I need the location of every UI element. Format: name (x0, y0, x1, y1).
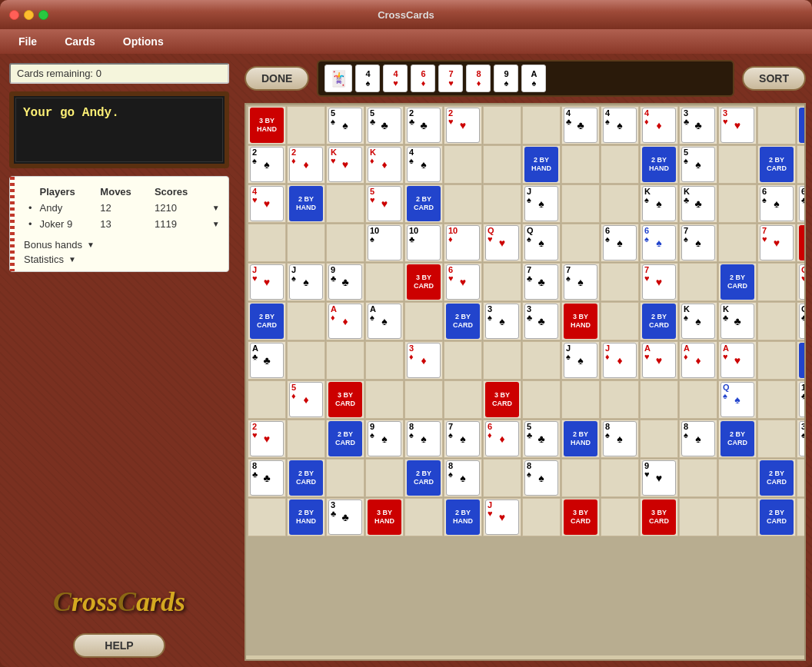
hand-card-5[interactable]: 9 ♠ (494, 65, 518, 92)
cell-1-5[interactable]: 2♠♠ (248, 145, 286, 184)
cell-0-0[interactable]: 3 BYHAND (248, 106, 286, 144)
cell-6-10[interactable]: A♠♠ (365, 302, 404, 340)
cell-6-3[interactable]: Q♥♥ (797, 263, 806, 301)
cell-8-9[interactable]: 2 BYCARD (797, 341, 806, 380)
cell-13-5[interactable]: 3 BYCARD (561, 498, 600, 536)
cell-7-2[interactable]: 2 BYCARD (640, 302, 678, 340)
cell-2-11[interactable]: 2 BYHAND (287, 184, 325, 223)
cell-13-3[interactable]: J♥♥ (483, 498, 521, 536)
cell-8-5[interactable]: A♥♥ (640, 341, 678, 380)
cell-0-10[interactable]: 4♦♦ (640, 106, 678, 144)
cell-10-10[interactable]: 2 BYHAND (561, 420, 600, 458)
cell-10-6[interactable]: 8♠♠ (404, 420, 443, 458)
cell-2-10[interactable]: 4♥♥ (248, 184, 286, 223)
cell-10-5[interactable]: 9♠♠ (365, 420, 404, 458)
cell-12-12[interactable]: 3♣♣ (326, 498, 364, 536)
cell-5-14[interactable]: 7♥♥ (640, 263, 678, 301)
cell-10-7[interactable]: 7♠♠ (444, 420, 482, 458)
cell-0-8[interactable]: 4♣♣ (561, 106, 600, 144)
cell-5-11[interactable]: 7♣♣ (522, 263, 561, 301)
cell-7-6[interactable]: Q♣♣ (797, 302, 806, 340)
cell-0-4[interactable]: 2♣♣ (404, 106, 443, 144)
cell-8-3[interactable]: J♠♠ (561, 341, 600, 380)
cell-1-1[interactable]: 2 BYHAND (797, 106, 806, 144)
cell-9-10[interactable]: Q♠♠ (718, 380, 757, 419)
cell-0-9[interactable]: 4♠♠ (601, 106, 639, 144)
cell-9-0[interactable]: 3 BYCARD (326, 380, 364, 419)
cell-1-8[interactable]: K♦♦ (365, 145, 404, 184)
maximize-button[interactable] (38, 10, 48, 20)
cell-7-3[interactable]: K♠♠ (679, 302, 717, 340)
cell-6-7[interactable]: 2 BYCARD (248, 302, 286, 340)
cell-10-2[interactable]: 2♥♥ (248, 420, 286, 458)
cell-4-10[interactable]: 6♠♠ (640, 224, 678, 262)
cell-10-8[interactable]: 6♦♦ (483, 420, 521, 458)
cell-5-12[interactable]: 7♠♠ (561, 263, 600, 301)
cell-5-9[interactable]: 6♥♥ (444, 263, 482, 301)
done-button[interactable]: DONE (245, 66, 309, 91)
cell-4-6[interactable]: Q♥♥ (483, 224, 521, 262)
cell-8-6[interactable]: A♦♦ (679, 341, 717, 380)
cell-11-7[interactable]: 2 BYCARD (287, 459, 325, 497)
cell-5-8[interactable]: 3 BYCARD (404, 263, 443, 301)
cell-12-2[interactable]: 9♥♥ (640, 459, 678, 497)
cell-1-9[interactable]: 4♠♠ (404, 145, 443, 184)
hand-card-0[interactable]: 4 ♠ (355, 65, 380, 92)
close-button[interactable] (9, 10, 19, 20)
cell-1-12[interactable]: 2 BYHAND (522, 145, 561, 184)
cell-3-0[interactable]: 2 BYCARD (404, 184, 443, 223)
cell-11-13[interactable]: 8♠♠ (522, 459, 561, 497)
cell-3-3[interactable]: J♠♠ (522, 184, 561, 223)
cell-3-10[interactable]: 6♣♣ (797, 184, 806, 223)
cell-13-0[interactable]: 3 BYHAND (365, 498, 404, 536)
cell-6-12[interactable]: 2 BYCARD (444, 302, 482, 340)
hand-joker[interactable]: 🃏 (324, 65, 352, 92)
cell-5-5[interactable]: J♠♠ (287, 263, 325, 301)
cell-11-6[interactable]: 8♣♣ (248, 459, 286, 497)
cell-0-2[interactable]: 5♠♠ (326, 106, 364, 144)
cell-7-4[interactable]: K♣♣ (718, 302, 757, 340)
cell-3-9[interactable]: 6♠♠ (757, 184, 796, 223)
cell-7-10[interactable]: A♣♣ (248, 341, 286, 380)
cell-10-11[interactable]: 8♠♠ (601, 420, 639, 458)
cell-5-4[interactable]: J♥♥ (248, 263, 286, 301)
cell-10-13[interactable]: 8♠♠ (679, 420, 717, 458)
cell-11-10[interactable]: 2 BYCARD (404, 459, 443, 497)
cell-6-1[interactable]: 2 BYCARD (718, 263, 757, 301)
sort-button[interactable]: SORT (742, 66, 806, 91)
cell-1-7[interactable]: K♥♥ (326, 145, 364, 184)
game-board[interactable]: 3 BYHAND 5♠♠ 5♣♣ 2♣♣ 2♥♥ 4♣♣ 4♠♠ 4♦♦ 3♣♣… (245, 103, 806, 661)
hand-card-4[interactable]: 8 ♦ (466, 65, 491, 92)
cell-2-3[interactable]: 5♠♠ (679, 145, 717, 184)
cell-0-11[interactable]: 3♣♣ (679, 106, 717, 144)
cell-2-2[interactable]: 2 BYHAND (640, 145, 678, 184)
cell-2-13[interactable]: 5♥♥ (365, 184, 404, 223)
help-button[interactable]: HELP (73, 633, 165, 658)
cell-13-2[interactable]: 2 BYHAND (444, 498, 482, 536)
cell-7-0[interactable]: 3 BYHAND (561, 302, 600, 340)
cell-6-13[interactable]: 3♠♠ (483, 302, 521, 340)
cell-0-5[interactable]: 2♥♥ (444, 106, 482, 144)
cell-11-11[interactable]: 8♠♠ (444, 459, 482, 497)
cell-11-0[interactable]: 2 BYCARD (718, 420, 757, 458)
minimize-button[interactable] (24, 10, 34, 20)
cell-12-11[interactable]: 2 BYHAND (287, 498, 325, 536)
cell-8-7[interactable]: A♥♥ (718, 341, 757, 380)
cell-4-13[interactable]: 7♥♥ (757, 224, 796, 262)
statistics-item[interactable]: Statistics ▼ (24, 254, 222, 265)
cell-10-4[interactable]: 2 BYCARD (326, 420, 364, 458)
arrow-andy[interactable]: ▼ (209, 201, 228, 215)
hand-card-2[interactable]: 6 ♦ (411, 65, 435, 92)
arrow-joker[interactable]: ▼ (209, 217, 228, 231)
hand-card-1[interactable]: 4 ♥ (383, 65, 408, 92)
cell-4-9[interactable]: 6♠♠ (601, 224, 639, 262)
cell-4-5[interactable]: 10♦ (444, 224, 482, 262)
cell-1-6[interactable]: 2♦♦ (287, 145, 325, 184)
cell-7-14[interactable]: 3♦♦ (404, 341, 443, 380)
cell-13-7[interactable]: 3 BYCARD (640, 498, 678, 536)
cell-9-4[interactable]: 3 BYCARD (483, 380, 521, 419)
hand-card-3[interactable]: 7 ♥ (438, 65, 463, 92)
menu-options[interactable]: Options (117, 32, 170, 51)
hand-card-6[interactable]: A ♠ (521, 65, 546, 92)
cell-4-3[interactable]: 10♠ (365, 224, 404, 262)
